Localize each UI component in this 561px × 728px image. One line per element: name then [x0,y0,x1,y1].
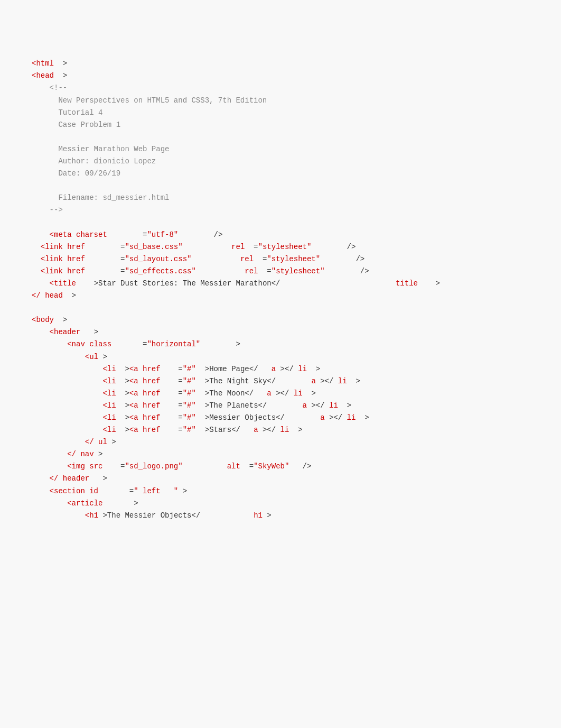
line-blank-2 [32,33,529,45]
line-ul-open: <ul > [32,351,529,363]
line-header-close: </ header > [32,473,529,485]
line-li-5: <li ><a href ="#" >Messier Objects</ a >… [32,412,529,424]
line-li-3: <li ><a href ="#" >The Moon</ a ></ li > [32,388,529,400]
line-comment-6: Date: 09/26/19 [32,168,529,180]
line-section-open: <section id =" left " > [32,485,529,497]
line-meta: <meta charset ="utf-8" /> [32,229,529,241]
line-title: <title >Star Dust Stories: The Messier M… [32,278,529,290]
line-blank-1 [32,21,529,33]
line-img: <img src ="sd_logo.png" alt ="SkyWeb" /> [32,460,529,473]
line-li-2: <li ><a href ="#" >The Night Sky</ a ></… [32,375,529,388]
line-link-1: <link href ="sd_base.css" rel ="styleshe… [32,241,529,253]
line-blank-4 [32,131,529,143]
line-body-open: <body > [32,314,529,326]
line-blank-3 [32,45,529,58]
line-head-open: <head > [32,70,529,82]
line-comment-5: Author: dionicio Lopez [32,155,529,168]
line-blank-5 [32,180,529,192]
line-nav-close: </ nav > [32,448,529,460]
line-blank-6 [32,217,529,229]
line-link-3: <link href ="sd_effects.css" rel ="style… [32,265,529,278]
code-content: <html ><head > <!-- New Perspectives on … [32,21,529,522]
line-comment-close: --> [32,204,529,216]
line-comment-2: Tutorial 4 [32,107,529,119]
line-article-open: <article > [32,497,529,510]
line-h1: <h1 >The Messier Objects</ h1 > [32,510,529,522]
line-comment-7: Filename: sd_messier.html [32,192,529,204]
line-head-close: </ head > [32,290,529,302]
line-li-1: <li ><a href ="#" >Home Page</ a ></ li … [32,363,529,375]
line-li-6: <li ><a href ="#" >Stars</ a ></ li > [32,424,529,436]
line-comment-4: Messier Marathon Web Page [32,143,529,155]
line-comment-1: New Perspectives on HTML5 and CSS3, 7th … [32,95,529,107]
line-ul-close: </ ul > [32,436,529,448]
line-nav-open: <nav class ="horizontal" > [32,338,529,351]
line-link-2: <link href ="sd_layout.css" rel ="styles… [32,253,529,265]
line-html-open: <html > [32,58,529,70]
line-header-open: <header > [32,326,529,338]
line-li-4: <li ><a href ="#" >The Planets</ a ></ l… [32,400,529,412]
code-editor: <html ><head > <!-- New Perspectives on … [0,0,561,728]
line-comment-open: <!-- [32,82,529,94]
line-comment-3: Case Problem 1 [32,119,529,131]
line-blank-7 [32,302,529,314]
